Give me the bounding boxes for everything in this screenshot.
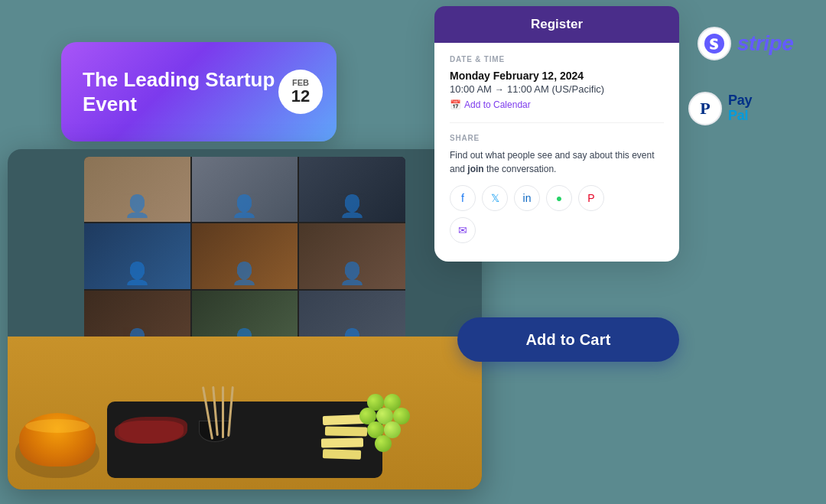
paypal-logo: P Pay Pal bbox=[688, 92, 752, 125]
register-body: DATE & TIME Monday February 12, 2024 10:… bbox=[434, 43, 679, 262]
facebook-button[interactable]: f bbox=[450, 185, 476, 211]
time-end: 11:00 AM (US/Pacific) bbox=[507, 83, 604, 95]
divider bbox=[450, 122, 664, 123]
time-range: 10:00 AM → 11:00 AM (US/Pacific) bbox=[450, 83, 664, 95]
video-cell bbox=[192, 223, 298, 288]
share-join-bold: join bbox=[467, 164, 483, 174]
paypal-p-icon: P bbox=[700, 99, 710, 119]
event-date-badge: FEB 12 bbox=[278, 70, 323, 114]
paypal-light-text: Pal bbox=[728, 109, 752, 124]
slate-board bbox=[107, 402, 382, 478]
date-time-label: DATE & TIME bbox=[450, 55, 664, 63]
stripe-text: stripe bbox=[737, 31, 793, 56]
paypal-circle: P bbox=[688, 92, 722, 125]
add-calendar-text: Add to Calendar bbox=[464, 99, 531, 110]
meat-slice-2 bbox=[115, 421, 184, 444]
whatsapp-button[interactable]: ● bbox=[546, 185, 572, 211]
add-to-cart-label: Add to Cart bbox=[525, 331, 610, 349]
stripe-circle bbox=[698, 27, 731, 60]
register-header: Register bbox=[434, 6, 679, 43]
twitter-button[interactable]: 𝕏 bbox=[482, 185, 508, 211]
table-surface bbox=[8, 337, 482, 489]
video-cell bbox=[299, 223, 405, 288]
paypal-dark-text: Pay bbox=[728, 93, 752, 109]
video-cell bbox=[84, 223, 190, 288]
time-start: 10:00 AM bbox=[450, 83, 492, 95]
add-to-cart-button[interactable]: Add to Cart bbox=[457, 317, 679, 362]
paypal-text: Pay Pal bbox=[728, 93, 752, 124]
grapes bbox=[352, 394, 421, 459]
photo-area bbox=[8, 149, 482, 489]
event-card: The Leading Startup Event FEB 12 bbox=[61, 42, 337, 141]
calendar-icon: 📅 bbox=[450, 99, 461, 110]
add-calendar-link[interactable]: 📅 Add to Calendar bbox=[450, 99, 664, 110]
video-cell bbox=[84, 157, 190, 222]
stripe-logo: stripe bbox=[698, 27, 793, 60]
arrow-icon: → bbox=[495, 84, 504, 95]
chips-bowl bbox=[15, 413, 99, 478]
laptop-screen bbox=[84, 157, 405, 356]
event-title: The Leading Startup Event bbox=[83, 67, 278, 117]
stripe-icon bbox=[704, 34, 724, 54]
social-buttons: f 𝕏 in ● P bbox=[450, 185, 664, 211]
pinterest-button[interactable]: P bbox=[578, 185, 604, 211]
date-value: Monday February 12, 2024 bbox=[450, 70, 664, 82]
linkedin-button[interactable]: in bbox=[514, 185, 540, 211]
video-cell bbox=[192, 157, 298, 222]
register-title: Register bbox=[531, 17, 583, 31]
register-card: Register DATE & TIME Monday February 12,… bbox=[434, 6, 679, 262]
email-button[interactable]: ✉ bbox=[450, 217, 476, 243]
video-cell bbox=[299, 157, 405, 222]
event-date-day: 12 bbox=[291, 87, 310, 106]
social-buttons-row2: ✉ bbox=[450, 217, 664, 243]
share-label: SHARE bbox=[450, 134, 664, 142]
share-description: Find out what people see and say about t… bbox=[450, 148, 664, 176]
